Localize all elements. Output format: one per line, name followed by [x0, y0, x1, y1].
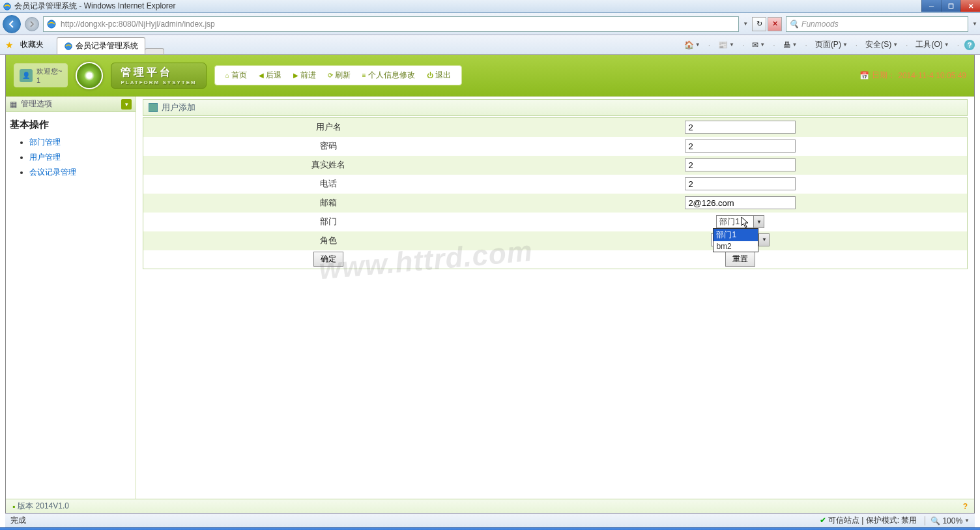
address-input[interactable]: http://dongxk-pc:8080/NjHyjl/admin/index…	[43, 16, 739, 32]
input-phone[interactable]	[685, 177, 796, 190]
input-password[interactable]	[685, 140, 796, 153]
nav-logout[interactable]: ⏻退出	[422, 68, 456, 82]
status-trusted: ✔ 可信站点 | 保护模式: 禁用	[820, 515, 917, 526]
footer-help-icon[interactable]: ?	[963, 502, 968, 511]
logo-icon: ✔	[76, 62, 103, 89]
app-footer: ▪ 版本 2014V1.0 ?	[6, 499, 974, 513]
feeds-button[interactable]: 📰▼	[715, 39, 737, 51]
search-provider-icon: 🔍	[789, 20, 799, 29]
main-panel: 用户添加 用户名 密码 真实姓名 电话	[136, 96, 974, 499]
windows-taskbar[interactable]	[0, 527, 980, 530]
sidebar-link-meeting[interactable]: 会议记录管理	[29, 168, 76, 177]
toolbar-row: ★ 收藏夹 会员记录管理系统 🏠▼ · 📰▼ · ✉▼ · 🖶▼ · 页面(P)…	[0, 35, 980, 55]
reset-button[interactable]: 重置	[725, 252, 755, 267]
nav-forward-button[interactable]	[25, 17, 39, 31]
nav-home[interactable]: ⌂首页	[220, 68, 252, 82]
sidebar-collapse-button[interactable]: ▾	[121, 99, 132, 110]
favorites-star-icon[interactable]: ★	[5, 40, 14, 50]
submit-button[interactable]: 确定	[313, 252, 343, 267]
sidebar-link-dept[interactable]: 部门管理	[29, 138, 61, 147]
sidebar-link-user[interactable]: 用户管理	[29, 153, 61, 162]
panel-title: 用户添加	[143, 99, 968, 116]
print-button[interactable]: 🖶▼	[781, 39, 800, 51]
app-frame: 👤 欢迎您~ 1 ✔ 管理平台 PLATFORM SYSYTEM ⌂首页 ◀后退…	[5, 55, 975, 513]
version-text: 版本 2014V1.0	[18, 501, 69, 512]
sidebar-header: ▦ 管理选项 ▾	[6, 96, 136, 112]
favorites-label[interactable]: 收藏夹	[20, 39, 44, 50]
tab-strip: 会员记录管理系统	[57, 35, 164, 54]
search-input[interactable]: 🔍 Funmoods	[786, 16, 968, 32]
select-role-arrow-icon[interactable]: ▼	[759, 233, 770, 246]
panel-title-text: 用户添加	[162, 102, 195, 113]
input-email[interactable]	[685, 196, 796, 209]
label-realname: 真实姓名	[143, 156, 514, 175]
page-menu[interactable]: 页面(P)▼	[813, 38, 850, 52]
window-close-button[interactable]: ✕	[960, 0, 980, 12]
window-maximize-button[interactable]: ☐	[941, 0, 960, 12]
sidebar-header-label: 管理选项	[21, 98, 52, 110]
sidebar-item-user: 用户管理	[29, 150, 136, 165]
dept-dropdown: 部门1 bm2	[713, 228, 758, 252]
tab-active[interactable]: 会员记录管理系统	[57, 37, 145, 54]
date-display: 📅 日期： 2014-11-4 10:05:49	[859, 70, 966, 81]
zoom-control[interactable]: 🔍 100% ▼	[925, 516, 970, 525]
tools-menu[interactable]: 工具(O)▼	[913, 38, 951, 52]
top-nav: ⌂首页 ◀后退 ▶前进 ⟳刷新 ≡个人信息修改 ⏻退出	[214, 65, 462, 85]
tab-favicon	[64, 42, 73, 51]
search-dropdown-icon[interactable]: ▼	[972, 21, 977, 27]
new-tab-button[interactable]	[145, 48, 164, 54]
label-dept: 部门	[143, 213, 514, 231]
tab-title: 会员记录管理系统	[76, 40, 138, 52]
ie-icon	[3, 2, 12, 11]
ie-status-bar: 完成 ✔ 可信站点 | 保护模式: 禁用 🔍 100% ▼	[5, 513, 975, 527]
welcome-box: 👤 欢迎您~ 1	[14, 63, 68, 87]
window-title: 会员记录管理系统 - Windows Internet Explorer	[14, 1, 175, 12]
refresh-button[interactable]: ↻	[752, 17, 766, 31]
safety-menu[interactable]: 安全(S)▼	[863, 38, 901, 52]
label-password: 密码	[143, 137, 514, 156]
stop-button[interactable]: ✕	[768, 17, 782, 31]
address-bar-row: http://dongxk-pc:8080/NjHyjl/admin/index…	[0, 13, 980, 35]
sidebar-item-meeting: 会议记录管理	[29, 165, 136, 180]
label-email: 邮箱	[143, 194, 514, 213]
welcome-user: 1	[36, 76, 40, 84]
nav-back[interactable]: ◀后退	[253, 68, 287, 82]
app-header: 👤 欢迎您~ 1 ✔ 管理平台 PLATFORM SYSYTEM ⌂首页 ◀后退…	[6, 55, 974, 96]
label-phone: 电话	[143, 175, 514, 194]
welcome-prefix: 欢迎您~	[36, 67, 62, 75]
home-button[interactable]: 🏠▼	[682, 39, 703, 51]
sidebar-section-heading: 基本操作	[6, 112, 136, 135]
dept-option-1[interactable]: 部门1	[713, 229, 758, 241]
address-url: http://dongxk-pc:8080/NjHyjl/admin/index…	[61, 20, 215, 29]
version-icon: ▪	[12, 502, 15, 511]
nav-forward[interactable]: ▶前进	[288, 68, 321, 82]
window-titlebar: 会员记录管理系统 - Windows Internet Explorer ─ ☐…	[0, 0, 980, 13]
status-done: 完成	[10, 515, 26, 526]
nav-refresh[interactable]: ⟳刷新	[323, 68, 356, 82]
search-placeholder: Funmoods	[801, 20, 839, 29]
input-username[interactable]	[685, 121, 796, 134]
logo-text: 管理平台 PLATFORM SYSYTEM	[111, 63, 206, 89]
label-username: 用户名	[143, 118, 514, 137]
address-dropdown-icon[interactable]: ▼	[743, 21, 748, 27]
label-role: 角色	[143, 231, 514, 250]
input-realname[interactable]	[685, 158, 796, 171]
select-dept-arrow-icon[interactable]: ▼	[754, 215, 764, 228]
help-button[interactable]: ?	[964, 40, 975, 50]
mail-button[interactable]: ✉▼	[749, 39, 768, 51]
calendar-icon: 📅	[859, 71, 869, 80]
nav-back-button[interactable]	[3, 15, 21, 33]
user-form-table: 用户名 密码 真实姓名 电话 邮箱	[143, 117, 968, 269]
sidebar-item-dept: 部门管理	[29, 135, 136, 150]
dept-option-2[interactable]: bm2	[713, 241, 758, 252]
nav-profile[interactable]: ≡个人信息修改	[357, 68, 420, 82]
user-icon: 👤	[20, 69, 33, 82]
zoom-value: 100%	[942, 516, 962, 525]
panel-title-icon	[149, 103, 158, 112]
logo-subtitle: PLATFORM SYSYTEM	[121, 80, 196, 85]
sidebar-header-icon: ▦	[10, 100, 17, 109]
select-dept[interactable]: 部门1	[716, 215, 754, 228]
page-icon	[46, 19, 57, 29]
window-minimize-button[interactable]: ─	[921, 0, 941, 12]
sidebar: ▦ 管理选项 ▾ 基本操作 部门管理 用户管理 会议记录管理	[6, 96, 136, 499]
